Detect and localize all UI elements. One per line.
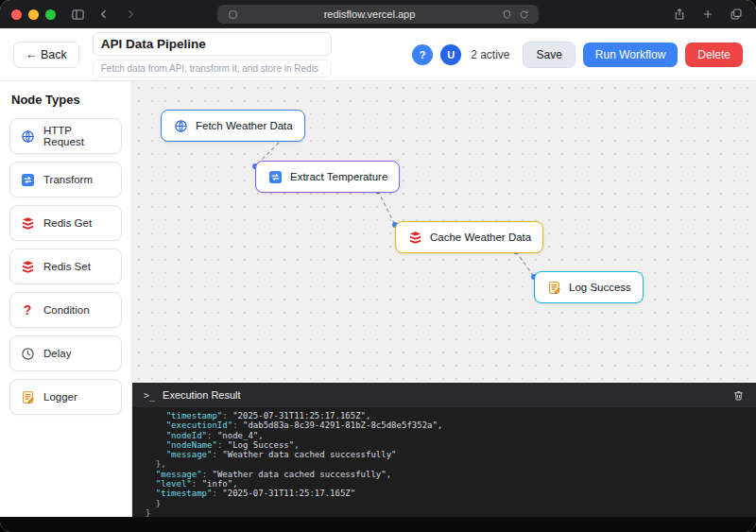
node-type-label: Redis Set xyxy=(43,261,91,272)
tab-overview-icon[interactable] xyxy=(728,6,745,23)
node-type-label: Delay xyxy=(43,348,71,359)
browser-window: redisflow.vercel.app ← Back xyxy=(0,0,756,532)
site-badge-icon xyxy=(224,6,241,23)
terminal-line: "level": "info", xyxy=(146,479,743,489)
workflow-title-input[interactable] xyxy=(93,32,332,56)
terminal-line: "timestamp": "2025-07-31T11:25:17.165Z", xyxy=(146,411,743,420)
run-workflow-button[interactable]: Run Workflow xyxy=(583,43,678,67)
workflow-title-group xyxy=(93,32,332,77)
node-type-label: Logger xyxy=(43,391,77,403)
back-nav-icon[interactable] xyxy=(95,6,112,23)
terminal-output[interactable]: "timestamp": "2025-07-31T11:25:17.165Z",… xyxy=(132,407,756,521)
terminal-line: "nodeId": "node_4", xyxy=(146,431,743,440)
minimize-window-button[interactable] xyxy=(28,9,39,20)
window-controls xyxy=(11,9,56,20)
memo-icon xyxy=(546,280,561,295)
node-type-redis-get[interactable]: Redis Get xyxy=(9,205,122,241)
terminal-prompt-icon: >_ xyxy=(144,390,155,401)
node-types-sidebar: Node Types HTTP RequestTransformRedis Ge… xyxy=(0,81,132,517)
node-type-http-request[interactable]: HTTP Request xyxy=(9,118,122,154)
globe-icon xyxy=(20,129,35,144)
node-type-delay[interactable]: Delay xyxy=(9,335,122,371)
sidebar-toggle-icon[interactable] xyxy=(69,6,86,23)
user-avatar[interactable]: U xyxy=(440,44,461,65)
forward-nav-icon[interactable] xyxy=(122,6,139,23)
redis-icon xyxy=(20,259,35,274)
transform-icon xyxy=(20,172,35,187)
workflow-node-extract-temperature[interactable]: Extract Temperature xyxy=(255,161,400,193)
share-icon[interactable] xyxy=(671,6,688,23)
node-type-transform[interactable]: Transform xyxy=(9,162,122,197)
node-label: Log Success xyxy=(569,282,631,293)
node-label: Fetch Weather Data xyxy=(196,120,293,131)
node-type-condition[interactable]: ?Condition xyxy=(9,292,122,328)
globe-icon xyxy=(173,118,188,133)
question-icon: ? xyxy=(20,302,35,317)
sidebar-title: Node Types xyxy=(11,93,122,107)
clock-icon xyxy=(20,346,35,361)
node-type-label: Redis Get xyxy=(43,217,92,229)
terminal-line: "message": "Weather data cached successf… xyxy=(146,470,743,479)
header-actions: ? U 2 active Save Run Workflow Delete xyxy=(412,42,743,68)
browser-chrome: redisflow.vercel.app xyxy=(0,0,756,28)
workflow-node-log-success[interactable]: Log Success xyxy=(534,271,644,303)
close-window-button[interactable] xyxy=(11,9,22,20)
page-bottom-strip xyxy=(0,517,756,532)
workflow-canvas[interactable]: Fetch Weather DataExtract TemperatureCac… xyxy=(132,81,756,383)
back-button[interactable]: ← Back xyxy=(13,42,79,68)
transform-icon xyxy=(267,169,283,184)
terminal-line: } xyxy=(146,499,743,508)
terminal-line: }, xyxy=(146,459,743,469)
node-label: Cache Weather Data xyxy=(430,232,531,243)
app-header: ← Back ? U 2 active Save Run Workflow De… xyxy=(0,28,756,81)
workflow-node-fetch-weather-data[interactable]: Fetch Weather Data xyxy=(161,110,305,142)
node-type-label: Transform xyxy=(43,174,93,185)
node-type-label: Condition xyxy=(43,304,90,316)
clear-output-button[interactable] xyxy=(732,389,745,402)
terminal-title: Execution Result xyxy=(163,389,241,401)
delete-button[interactable]: Delete xyxy=(685,43,743,67)
reload-icon[interactable] xyxy=(515,6,532,23)
node-type-list: HTTP RequestTransformRedis GetRedis Set?… xyxy=(9,118,122,415)
redis-icon xyxy=(20,215,35,231)
address-bar[interactable]: redisflow.vercel.app xyxy=(217,5,539,24)
redis-icon xyxy=(407,230,422,245)
node-type-logger[interactable]: Logger xyxy=(9,379,122,415)
node-type-label: HTTP Request xyxy=(43,125,112,147)
node-type-redis-set[interactable]: Redis Set xyxy=(9,249,122,284)
terminal-line: "executionId": "dab5d83a-8c39-4291-81bZ-… xyxy=(146,420,743,430)
workflow-node-cache-weather-data[interactable]: Cache Weather Data xyxy=(395,221,543,253)
terminal-header: >_ Execution Result xyxy=(132,383,756,407)
active-count-label: 2 active xyxy=(471,48,509,61)
help-button[interactable]: ? xyxy=(412,44,433,65)
execution-result-panel: >_ Execution Result "timestamp": "2025-0… xyxy=(132,383,756,517)
privacy-shield-icon[interactable] xyxy=(498,6,515,23)
terminal-line: "timestamp": "2025-07-31T11:25:17.165Z" xyxy=(146,489,743,498)
memo-icon xyxy=(20,389,35,404)
chrome-right-controls xyxy=(671,6,745,23)
terminal-line: "nodeName": "Log Success", xyxy=(146,440,743,450)
save-button[interactable]: Save xyxy=(523,42,575,68)
new-tab-icon[interactable] xyxy=(699,6,716,23)
terminal-line: "message": "Weather data cached successf… xyxy=(146,450,743,459)
zoom-window-button[interactable] xyxy=(45,9,56,20)
workflow-description-input[interactable] xyxy=(93,60,332,77)
node-label: Extract Temperature xyxy=(290,171,387,182)
url-text: redisflow.vercel.app xyxy=(241,9,498,20)
